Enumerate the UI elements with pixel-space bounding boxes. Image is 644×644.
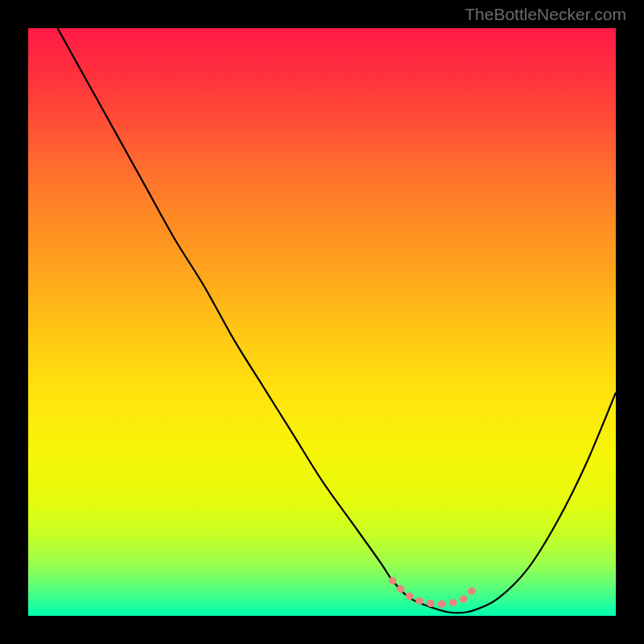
attribution-text: TheBottleNecker.com <box>464 5 626 24</box>
chart-svg <box>28 28 616 616</box>
bottleneck-curve-line <box>58 28 617 613</box>
chart-plot-area <box>28 28 616 616</box>
highlight-band-line <box>393 580 475 604</box>
